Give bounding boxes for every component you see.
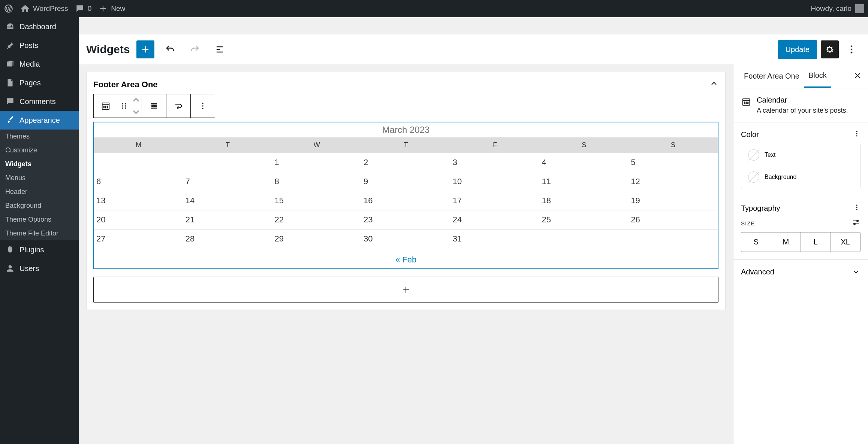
block-more-button[interactable] [191,94,215,118]
more-menu-button[interactable] [843,40,861,58]
calendar-day-cell: 7 [183,172,272,191]
calendar-day-cell: 5 [629,153,718,172]
sidebar-item-posts[interactable]: Posts [0,36,79,55]
plus-icon [98,4,108,13]
calendar-caption: March 2023 [94,122,718,137]
collapse-button[interactable] [709,79,718,90]
update-button[interactable]: Update [778,40,817,59]
calendar-icon [100,101,111,111]
calendar-header-cell: M [94,137,183,153]
page-title: Widgets [86,43,130,56]
svg-point-28 [856,133,857,134]
sidebar-sub-theme-file-editor[interactable]: Theme File Editor [0,226,79,240]
svg-point-10 [122,103,124,104]
block-toolbar [93,94,215,118]
calendar-day-cell: 2 [361,153,450,172]
svg-point-0 [851,46,853,48]
settings-button[interactable] [821,40,839,58]
svg-point-26 [748,103,748,104]
sidebar-item-users[interactable]: Users [0,259,79,278]
calendar-day-cell: 19 [629,191,718,210]
more-vertical-icon [846,44,857,55]
size-option[interactable]: XL [831,232,861,252]
plus-icon [140,44,151,55]
calendar-day-cell: 24 [450,210,540,229]
size-label: Size [741,220,755,226]
calendar-header-cell: F [450,137,540,153]
tab-block[interactable]: Block [804,64,831,88]
gear-icon [825,44,835,55]
sidebar-sub-background[interactable]: Background [0,199,79,213]
size-option[interactable]: L [801,232,831,252]
block-type-button[interactable] [94,94,118,118]
color-label: Background [765,174,796,180]
size-option[interactable]: S [741,232,771,252]
sidebar-sub-widgets[interactable]: Widgets [0,157,79,171]
wordpress-icon [4,4,13,13]
calendar-header-cell: S [540,137,629,153]
calendar-day-cell [629,229,718,249]
align-button[interactable] [142,94,166,118]
size-option[interactable]: M [771,232,801,252]
move-icon [173,101,184,111]
move-arrows[interactable] [130,94,142,118]
add-block-inline-button[interactable] [93,277,718,303]
redo-button[interactable] [186,40,204,58]
color-options-button[interactable] [853,130,861,139]
user-icon [5,264,15,273]
chevron-up-icon [709,79,718,88]
comment-icon [5,97,15,106]
sidebar-item-plugins[interactable]: Plugins [0,240,79,259]
undo-button[interactable] [161,40,179,58]
advanced-panel-toggle[interactable]: Advanced [741,267,861,276]
prev-month-link[interactable]: « Feb [395,255,416,264]
color-background-row[interactable]: Background [741,166,861,188]
wp-logo[interactable] [4,4,13,13]
calendar-block[interactable]: March 2023 MTWTFSS 123456789101112131415… [93,122,718,269]
svg-point-7 [103,107,104,108]
size-settings-button[interactable] [852,218,861,228]
calendar-header-cell: T [183,137,272,153]
site-home[interactable]: WordPress [20,4,68,13]
move-to-button[interactable] [166,94,190,118]
add-block-button[interactable] [136,40,154,58]
color-swatch-empty [748,171,759,183]
dashboard-icon [5,22,15,31]
new-label: New [111,4,125,13]
sidebar-item-comments[interactable]: Comments [0,92,79,111]
size-options: SMLXL [741,232,861,252]
tab-widget-area[interactable]: Footer Area One [739,65,804,87]
drag-handle[interactable] [118,94,130,118]
typography-options-button[interactable] [853,204,861,213]
color-swatch-empty [748,149,759,161]
calendar-day-cell: 9 [361,172,450,191]
editor-header: Widgets Update [79,34,868,64]
sidebar-sub-header[interactable]: Header [0,185,79,199]
sidebar-sub-menus[interactable]: Menus [0,171,79,185]
sidebar-item-appearance[interactable]: Appearance [0,111,79,130]
sidebar-sub-customize[interactable]: Customize [0,143,79,157]
sidebar-item-dashboard[interactable]: Dashboard [0,17,79,36]
new-content[interactable]: New [98,4,125,13]
svg-point-33 [857,220,858,222]
user-menu[interactable]: Howdy, carlo [811,4,864,13]
color-text-row[interactable]: Text [741,144,861,166]
calendar-day-cell: 12 [629,172,718,191]
chevron-down-icon [131,107,141,117]
sidebar-sub-themes[interactable]: Themes [0,130,79,143]
list-view-button[interactable] [211,40,229,58]
svg-point-23 [748,102,748,103]
home-icon [20,4,30,13]
redo-icon [190,44,200,55]
sidebar-sub-theme-options[interactable]: Theme Options [0,213,79,226]
svg-point-13 [125,105,126,107]
svg-point-1 [851,49,853,51]
comments-link[interactable]: 0 [75,4,92,13]
close-inspector-button[interactable] [853,71,862,82]
sidebar-item-media[interactable]: Media [0,55,79,73]
greeting: Howdy, carlo [811,4,852,13]
sidebar-item-pages[interactable]: Pages [0,73,79,92]
svg-point-6 [107,106,108,107]
calendar-day-cell [540,229,629,249]
calendar-day-cell: 11 [540,172,629,191]
